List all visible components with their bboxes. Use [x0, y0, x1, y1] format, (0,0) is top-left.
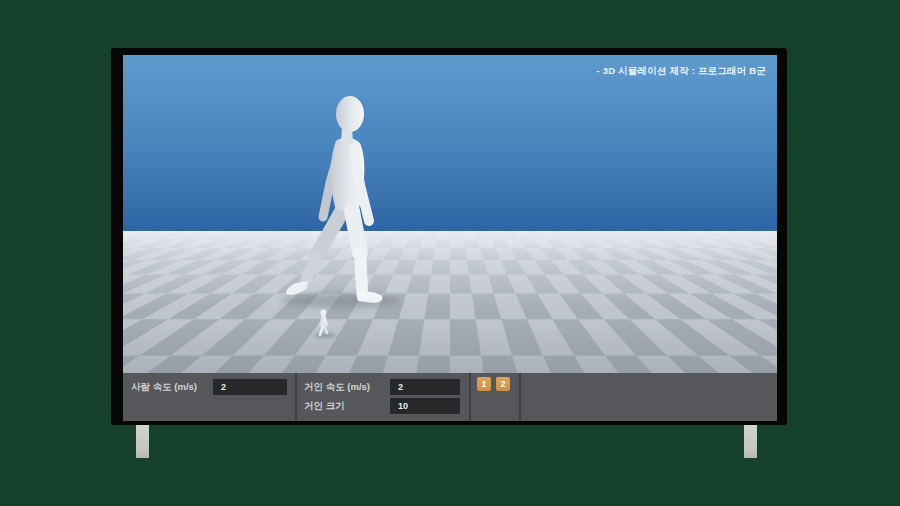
- panel-divider: [469, 373, 471, 421]
- preset-button-2[interactable]: 2: [496, 377, 510, 391]
- giant-speed-label: 거인 속도 (m/s): [304, 379, 370, 395]
- giant-speed-input[interactable]: 2: [390, 379, 460, 395]
- person-speed-input[interactable]: 2: [213, 379, 287, 395]
- preset-button-1[interactable]: 1: [477, 377, 491, 391]
- tv-monitor: - 3D 시뮬레이션 제작 : 프로그래머 B군 사람 속도 (m/s) 2 거…: [111, 48, 787, 425]
- panel-divider: [519, 373, 521, 421]
- person-speed-label: 사람 속도 (m/s): [131, 379, 197, 395]
- checkered-floor: [123, 231, 777, 373]
- tv-stand-leg-left: [136, 425, 149, 458]
- simulation-viewport: - 3D 시뮬레이션 제작 : 프로그래머 B군 사람 속도 (m/s) 2 거…: [123, 55, 777, 421]
- giant-size-label: 거인 크기: [304, 398, 345, 414]
- sky-background: [123, 55, 777, 231]
- horizon-haze: [123, 231, 777, 311]
- giant-figure: [278, 91, 406, 307]
- panel-divider: [295, 373, 297, 421]
- control-panel: 사람 속도 (m/s) 2 거인 속도 (m/s) 2 거인 크기 10 1 2: [123, 373, 777, 421]
- credit-text: - 3D 시뮬레이션 제작 : 프로그래머 B군: [597, 65, 766, 78]
- floor-shading: [123, 323, 777, 373]
- person-figure: [315, 309, 332, 338]
- tv-stand-leg-right: [744, 425, 757, 458]
- giant-size-input[interactable]: 10: [390, 398, 460, 414]
